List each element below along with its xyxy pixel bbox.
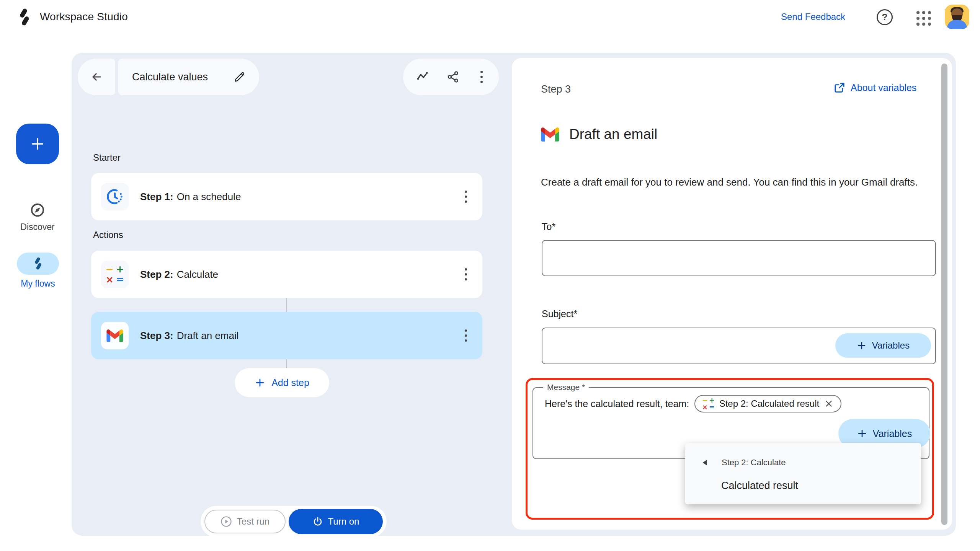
dropdown-back-row[interactable]: Step 2: Calculate	[702, 458, 786, 468]
app-title: Workspace Studio	[40, 0, 128, 34]
flow-title-box[interactable]: Calculate values	[118, 59, 259, 95]
add-step-label: Add step	[271, 377, 309, 388]
step-card-3[interactable]: Step 3:Draft an email	[91, 312, 482, 359]
turn-on-button[interactable]: Turn on	[289, 509, 383, 534]
active-pill	[17, 253, 59, 275]
step-title: Step 3:Draft an email	[140, 330, 239, 342]
schedule-icon	[101, 183, 129, 210]
message-text: Here's the calculated result, team:	[545, 398, 689, 409]
triangle-left-icon	[702, 459, 708, 466]
sidebar-item-my-flows[interactable]: My flows	[17, 253, 59, 289]
step-menu-icon[interactable]	[462, 187, 470, 206]
plus-icon	[255, 377, 265, 388]
flows-icon	[31, 258, 44, 270]
step-menu-icon[interactable]	[462, 326, 470, 345]
calculate-icon: −+ ×=	[702, 397, 715, 411]
gmail-icon	[541, 127, 559, 142]
avatar[interactable]	[945, 5, 969, 29]
flow-title: Calculate values	[132, 71, 234, 83]
flow-toolbar	[403, 59, 499, 95]
to-label: To*	[542, 221, 555, 232]
variables-dropdown: Step 2: Calculate Calculated result	[685, 443, 921, 504]
help-icon[interactable]: ?	[877, 9, 893, 25]
panel-step-label: Step 3	[541, 83, 571, 95]
plus-icon	[857, 341, 867, 350]
plus-icon	[30, 136, 45, 152]
close-icon[interactable]	[824, 399, 834, 409]
to-input[interactable]	[542, 240, 936, 276]
workspace-studio-logo-icon	[15, 8, 33, 26]
message-label: Message *	[543, 383, 589, 392]
play-icon	[220, 516, 232, 527]
flow-more-menu-icon[interactable]	[477, 68, 486, 86]
apps-grid-icon[interactable]	[915, 10, 933, 27]
step-title: Step 1:On a schedule	[140, 191, 241, 203]
step-title: Step 2:Calculate	[140, 269, 218, 280]
step-card-1[interactable]: Step 1:On a schedule	[91, 173, 482, 220]
new-flow-button[interactable]	[16, 124, 59, 164]
test-run-button[interactable]: Test run	[204, 510, 286, 533]
power-icon	[312, 516, 323, 527]
activity-icon[interactable]	[416, 70, 429, 83]
add-step-button[interactable]: Add step	[235, 368, 329, 397]
step-menu-icon[interactable]	[462, 265, 470, 284]
sidebar-item-discover[interactable]: Discover	[22, 202, 53, 232]
sidebar-item-label: My flows	[21, 279, 55, 289]
dropdown-item-calculated-result[interactable]: Calculated result	[721, 480, 798, 492]
calculate-icon: −+ ×=	[101, 261, 129, 288]
sidebar-item-label: Discover	[20, 222, 54, 232]
actions-section-label: Actions	[93, 230, 123, 240]
back-button[interactable]	[78, 59, 115, 95]
gmail-icon	[101, 322, 129, 349]
top-bar: Workspace Studio Send Feedback ?	[0, 0, 980, 34]
external-link-icon	[834, 82, 845, 93]
subject-label: Subject*	[542, 308, 577, 320]
message-content: Here's the calculated result, team: −+ ×…	[545, 395, 841, 412]
plus-icon	[857, 428, 867, 439]
compass-icon	[29, 202, 46, 218]
panel-title: Draft an email	[569, 126, 657, 142]
run-bar: Test run Turn on	[201, 506, 387, 537]
back-arrow-icon	[90, 70, 103, 84]
connector-line	[286, 359, 287, 368]
edit-pencil-icon[interactable]	[234, 71, 245, 83]
variable-chip[interactable]: −+ ×= Step 2: Calculated result	[694, 395, 841, 412]
send-feedback-link[interactable]: Send Feedback	[781, 0, 845, 34]
workspace-studio-app: Workspace Studio Send Feedback ? Discove…	[0, 0, 980, 551]
starter-section-label: Starter	[93, 152, 121, 163]
step-card-2[interactable]: −+ ×= Step 2:Calculate	[91, 251, 482, 298]
chip-label: Step 2: Calculated result	[719, 398, 819, 409]
subject-variables-button[interactable]: Variables	[835, 333, 931, 358]
step-description: Create a draft email for you to review a…	[541, 174, 929, 190]
connector-line	[286, 298, 287, 312]
panel-scrollbar[interactable]	[941, 64, 947, 525]
about-variables-link[interactable]: About variables	[834, 82, 934, 93]
panel-title-row: Draft an email	[541, 126, 657, 142]
share-icon[interactable]	[447, 70, 460, 83]
